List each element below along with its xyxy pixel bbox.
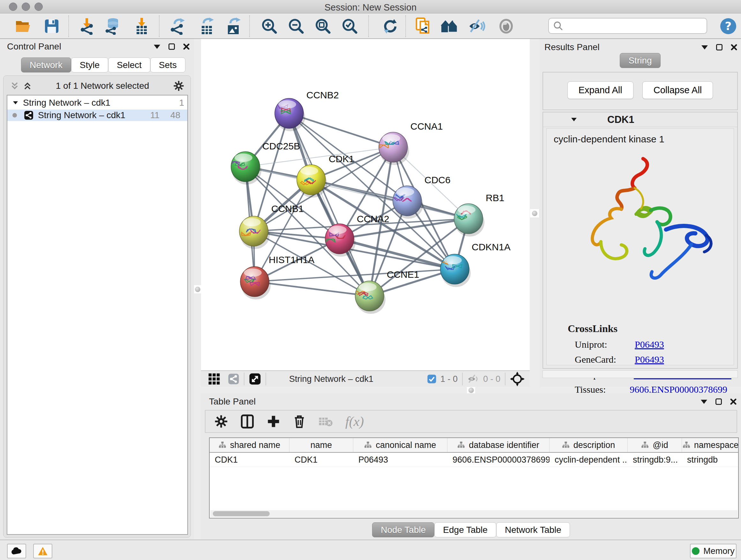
table-cell[interactable]: stringdb:9... [628, 455, 682, 465]
crosslink-link[interactable]: P06493 [635, 339, 664, 350]
zoom-out-icon [288, 18, 304, 34]
tab-node-table[interactable]: Node Table [372, 522, 434, 537]
grid-view-icon[interactable] [208, 373, 220, 385]
table-gear-icon[interactable] [214, 415, 228, 428]
panel-menu-icon[interactable] [701, 400, 707, 404]
float-panel-icon[interactable] [716, 398, 722, 405]
show-all-button[interactable] [496, 16, 516, 37]
network-view-icon[interactable] [228, 373, 239, 385]
collapse-all-icon[interactable] [10, 82, 19, 90]
column-label: @id [653, 440, 668, 450]
export-table-button[interactable] [197, 16, 217, 37]
close-panel-icon[interactable] [183, 44, 190, 50]
open-session-button[interactable] [13, 16, 34, 37]
network-node-CCNE1[interactable]: CCNE1 [355, 269, 419, 314]
import-table-button[interactable] [131, 16, 152, 37]
table-cell[interactable]: CDK1 [289, 455, 353, 465]
zoom-in-button[interactable] [259, 16, 280, 37]
float-panel-icon[interactable] [716, 44, 723, 51]
delete-column-icon[interactable] [293, 415, 306, 428]
import-network-file-button[interactable] [77, 16, 97, 37]
search-input[interactable] [566, 21, 706, 31]
table-cell[interactable]: P06493 [353, 455, 448, 465]
tab-select[interactable]: Select [108, 57, 150, 72]
control-panel-title: Control Panel [7, 42, 61, 52]
node-label-CCNB1: CCNB1 [271, 203, 304, 214]
horizontal-scrollbar[interactable] [210, 510, 738, 517]
column-header--id[interactable]: @id [628, 438, 682, 452]
tab-network[interactable]: Network [21, 57, 71, 72]
network-node-CCNA1[interactable]: CCNA1 [379, 121, 443, 165]
results-panel: Results Panel String Expand All Collapse… [539, 39, 741, 387]
network-collection-row[interactable]: String Network – cdk1 1 [7, 98, 187, 108]
open-folder-icon [15, 19, 32, 33]
panel-menu-icon[interactable] [154, 45, 160, 49]
network-node-HIST1H1A[interactable]: HIST1H1A [240, 254, 314, 300]
warnings-button[interactable] [33, 544, 52, 558]
cloud-status-button[interactable] [7, 544, 26, 558]
collection-disclosure-icon[interactable] [13, 101, 18, 105]
splitter-grip[interactable] [467, 387, 475, 393]
network-node-CCNB2[interactable]: CCNB2 [275, 90, 339, 131]
column-header-name[interactable]: name [289, 438, 353, 452]
column-header-shared-name[interactable]: shared name [210, 438, 289, 452]
column-header-database-identifier[interactable]: database identifier [448, 438, 549, 452]
tab-string[interactable]: String [620, 53, 660, 68]
export-image-button[interactable] [223, 16, 244, 37]
memory-status-dot [692, 547, 699, 555]
table-cell[interactable]: stringdb [682, 455, 739, 465]
gear-icon[interactable] [173, 80, 184, 91]
network-node-CDC25B[interactable]: CDC25B [230, 141, 300, 185]
column-header-namespace[interactable]: namespace [682, 438, 739, 452]
expand-all-button[interactable]: Expand All [567, 81, 633, 99]
table-toolbar: f(x) [205, 410, 737, 433]
clone-network-button[interactable] [413, 16, 433, 37]
zoom-selected-button[interactable] [340, 16, 360, 37]
tab-network-table[interactable]: Network Table [496, 522, 570, 537]
panel-menu-icon[interactable] [701, 45, 708, 50]
copy-network-pages-icon [415, 17, 431, 36]
zoom-out-button[interactable] [286, 16, 307, 37]
network-canvas[interactable]: CCNB2CCNA1CDC25BCDK1CDC6RB1CCNB1CCNA2CDK… [201, 39, 530, 370]
table-cell[interactable]: cyclin-dependent ... [549, 455, 628, 465]
collapse-all-button[interactable]: Collapse All [643, 81, 713, 99]
network-node-RB1[interactable]: RB1 [454, 192, 504, 237]
splitter-grip[interactable] [194, 285, 201, 294]
shared-column-icon [457, 441, 465, 449]
export-network-button[interactable] [167, 16, 188, 37]
crosshair-icon[interactable] [510, 372, 525, 386]
hide-selected-button[interactable] [467, 16, 487, 37]
table-cell[interactable]: CDK1 [210, 455, 289, 465]
birds-eye-view-button[interactable] [439, 16, 460, 37]
refresh-view-button[interactable] [380, 16, 400, 37]
column-header-canonical-name[interactable]: canonical name [353, 438, 448, 452]
show-columns-icon[interactable] [241, 414, 254, 429]
tab-sets[interactable]: Sets [150, 57, 185, 72]
table-cell[interactable]: 9606.ENSP00000378699 [448, 455, 549, 465]
table-row[interactable]: CDK1CDK1P064939606.ENSP00000378699cyclin… [210, 453, 738, 467]
close-panel-icon[interactable] [731, 44, 737, 51]
expand-all-icon[interactable] [23, 82, 31, 90]
import-network-database-button[interactable] [102, 16, 123, 37]
detach-view-icon[interactable] [249, 373, 261, 385]
help-button[interactable]: ? [718, 16, 738, 37]
section-disclosure-icon[interactable] [571, 118, 577, 121]
memory-button[interactable]: Memory [690, 544, 737, 558]
gene-section-header[interactable]: CDK1 [543, 112, 737, 127]
zoom-fit-button[interactable] [313, 16, 333, 37]
column-header-description[interactable]: description [549, 438, 628, 452]
selected-checkbox-icon[interactable] [427, 374, 436, 384]
scrollbar-thumb[interactable] [213, 511, 270, 516]
gray-eye-icon [498, 18, 514, 34]
add-column-icon[interactable] [267, 415, 280, 428]
network-row-selected[interactable]: String Network – cdk1 11 48 [7, 110, 187, 121]
crosslink-link[interactable]: P06493 [635, 354, 664, 365]
tab-edge-table[interactable]: Edge Table [434, 522, 496, 537]
save-session-button[interactable] [42, 16, 62, 37]
tab-style[interactable]: Style [71, 57, 108, 72]
network-edge-CCNE1-HIST1H1A[interactable] [255, 282, 369, 296]
float-panel-icon[interactable] [169, 44, 175, 50]
network-node-CDKN1A[interactable]: CDKN1A [438, 242, 510, 287]
splitter-grip[interactable] [530, 209, 539, 217]
close-panel-icon[interactable] [730, 398, 737, 405]
